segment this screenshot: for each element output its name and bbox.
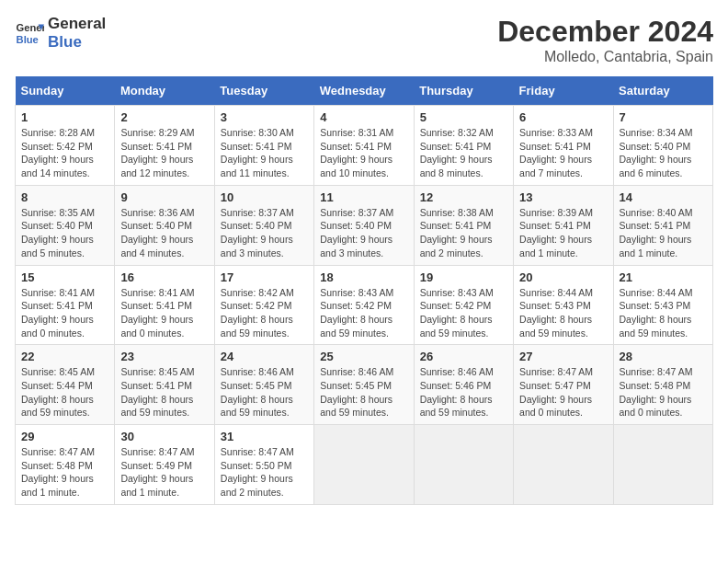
calendar-cell: 18 Sunrise: 8:43 AMSunset: 5:42 PMDaylig… xyxy=(314,265,414,345)
calendar-cell: 2 Sunrise: 8:29 AMSunset: 5:41 PMDayligh… xyxy=(115,106,214,186)
logo-blue: Blue xyxy=(48,33,106,52)
day-number: 17 xyxy=(221,270,308,284)
calendar-week-3: 15 Sunrise: 8:41 AMSunset: 5:41 PMDaylig… xyxy=(16,265,713,345)
calendar-cell: 28 Sunrise: 8:47 AMSunset: 5:48 PMDaylig… xyxy=(613,345,712,425)
day-number: 19 xyxy=(420,270,507,284)
day-detail: Sunrise: 8:47 AMSunset: 5:48 PMDaylight:… xyxy=(620,366,693,418)
day-number: 11 xyxy=(320,190,407,204)
day-number: 23 xyxy=(120,350,208,363)
day-number: 20 xyxy=(519,270,607,284)
calendar-cell: 6 Sunrise: 8:33 AMSunset: 5:41 PMDayligh… xyxy=(514,106,613,186)
logo-icon: General Blue xyxy=(15,18,44,48)
day-detail: Sunrise: 8:44 AMSunset: 5:43 PMDaylight:… xyxy=(620,287,693,339)
calendar-week-4: 22 Sunrise: 8:45 AMSunset: 5:44 PMDaylig… xyxy=(16,345,713,425)
calendar-cell: 5 Sunrise: 8:32 AMSunset: 5:41 PMDayligh… xyxy=(414,106,513,186)
day-number: 1 xyxy=(21,110,108,124)
header-cell-saturday: Saturday xyxy=(613,76,712,106)
day-detail: Sunrise: 8:35 AMSunset: 5:40 PMDaylight:… xyxy=(21,207,95,259)
calendar-cell xyxy=(613,425,712,505)
day-number: 8 xyxy=(21,190,108,204)
calendar-cell: 26 Sunrise: 8:46 AMSunset: 5:46 PMDaylig… xyxy=(414,345,513,425)
day-detail: Sunrise: 8:46 AMSunset: 5:46 PMDaylight:… xyxy=(420,366,494,418)
day-detail: Sunrise: 8:38 AMSunset: 5:41 PMDaylight:… xyxy=(420,207,494,259)
day-number: 3 xyxy=(221,110,308,124)
calendar-cell xyxy=(514,425,613,505)
day-detail: Sunrise: 8:46 AMSunset: 5:45 PMDaylight:… xyxy=(221,366,294,418)
day-detail: Sunrise: 8:31 AMSunset: 5:41 PMDaylight:… xyxy=(320,127,393,178)
calendar-cell: 12 Sunrise: 8:38 AMSunset: 5:41 PMDaylig… xyxy=(414,185,513,265)
day-detail: Sunrise: 8:43 AMSunset: 5:42 PMDaylight:… xyxy=(420,287,494,339)
day-detail: Sunrise: 8:36 AMSunset: 5:40 PMDaylight:… xyxy=(120,207,194,259)
day-number: 18 xyxy=(320,270,407,284)
calendar-week-1: 1 Sunrise: 8:28 AMSunset: 5:42 PMDayligh… xyxy=(16,106,713,186)
calendar-week-5: 29 Sunrise: 8:47 AMSunset: 5:48 PMDaylig… xyxy=(16,425,713,505)
svg-text:General: General xyxy=(17,23,44,34)
calendar-cell: 29 Sunrise: 8:47 AMSunset: 5:48 PMDaylig… xyxy=(16,425,115,505)
day-number: 5 xyxy=(420,110,507,124)
header-cell-wednesday: Wednesday xyxy=(314,76,414,106)
day-number: 24 xyxy=(221,350,308,363)
calendar-cell: 11 Sunrise: 8:37 AMSunset: 5:40 PMDaylig… xyxy=(314,185,414,265)
calendar-cell: 10 Sunrise: 8:37 AMSunset: 5:40 PMDaylig… xyxy=(214,185,313,265)
day-detail: Sunrise: 8:41 AMSunset: 5:41 PMDaylight:… xyxy=(120,287,194,339)
calendar-cell: 3 Sunrise: 8:30 AMSunset: 5:41 PMDayligh… xyxy=(214,106,313,186)
day-number: 25 xyxy=(320,350,407,363)
calendar-cell: 9 Sunrise: 8:36 AMSunset: 5:40 PMDayligh… xyxy=(115,185,214,265)
day-detail: Sunrise: 8:28 AMSunset: 5:42 PMDaylight:… xyxy=(21,127,95,178)
day-detail: Sunrise: 8:45 AMSunset: 5:44 PMDaylight:… xyxy=(21,366,95,418)
calendar-week-2: 8 Sunrise: 8:35 AMSunset: 5:40 PMDayligh… xyxy=(16,185,713,265)
calendar-cell: 23 Sunrise: 8:45 AMSunset: 5:41 PMDaylig… xyxy=(115,345,214,425)
day-detail: Sunrise: 8:44 AMSunset: 5:43 PMDaylight:… xyxy=(519,287,593,339)
calendar-cell: 20 Sunrise: 8:44 AMSunset: 5:43 PMDaylig… xyxy=(514,265,613,345)
calendar-cell: 14 Sunrise: 8:40 AMSunset: 5:41 PMDaylig… xyxy=(613,185,712,265)
day-number: 22 xyxy=(21,350,108,363)
calendar-cell: 19 Sunrise: 8:43 AMSunset: 5:42 PMDaylig… xyxy=(414,265,513,345)
day-detail: Sunrise: 8:32 AMSunset: 5:41 PMDaylight:… xyxy=(420,127,494,178)
calendar-cell: 27 Sunrise: 8:47 AMSunset: 5:47 PMDaylig… xyxy=(514,345,613,425)
month-title: December 2024 xyxy=(497,15,713,49)
day-detail: Sunrise: 8:39 AMSunset: 5:41 PMDaylight:… xyxy=(519,207,593,259)
calendar-cell: 15 Sunrise: 8:41 AMSunset: 5:41 PMDaylig… xyxy=(16,265,115,345)
day-detail: Sunrise: 8:29 AMSunset: 5:41 PMDaylight:… xyxy=(120,127,194,178)
header-cell-sunday: Sunday xyxy=(16,76,115,106)
calendar-cell: 1 Sunrise: 8:28 AMSunset: 5:42 PMDayligh… xyxy=(16,106,115,186)
day-number: 14 xyxy=(620,190,707,204)
calendar-cell xyxy=(414,425,513,505)
header-cell-friday: Friday xyxy=(514,76,613,106)
location-title: Molledo, Cantabria, Spain xyxy=(497,49,713,65)
calendar-cell: 4 Sunrise: 8:31 AMSunset: 5:41 PMDayligh… xyxy=(314,106,414,186)
calendar-cell: 25 Sunrise: 8:46 AMSunset: 5:45 PMDaylig… xyxy=(314,345,414,425)
day-number: 31 xyxy=(221,430,308,443)
day-detail: Sunrise: 8:47 AMSunset: 5:50 PMDaylight:… xyxy=(221,446,294,498)
day-detail: Sunrise: 8:30 AMSunset: 5:41 PMDaylight:… xyxy=(221,127,294,178)
svg-text:Blue: Blue xyxy=(17,35,39,46)
calendar-cell: 7 Sunrise: 8:34 AMSunset: 5:40 PMDayligh… xyxy=(613,106,712,186)
calendar-cell: 13 Sunrise: 8:39 AMSunset: 5:41 PMDaylig… xyxy=(514,185,613,265)
day-detail: Sunrise: 8:43 AMSunset: 5:42 PMDaylight:… xyxy=(320,287,393,339)
day-detail: Sunrise: 8:34 AMSunset: 5:40 PMDaylight:… xyxy=(620,127,693,178)
day-number: 29 xyxy=(21,430,108,443)
calendar-cell: 8 Sunrise: 8:35 AMSunset: 5:40 PMDayligh… xyxy=(16,185,115,265)
calendar-cell: 22 Sunrise: 8:45 AMSunset: 5:44 PMDaylig… xyxy=(16,345,115,425)
day-detail: Sunrise: 8:47 AMSunset: 5:47 PMDaylight:… xyxy=(519,366,593,418)
calendar-cell: 17 Sunrise: 8:42 AMSunset: 5:42 PMDaylig… xyxy=(214,265,313,345)
day-number: 7 xyxy=(620,110,707,124)
day-detail: Sunrise: 8:33 AMSunset: 5:41 PMDaylight:… xyxy=(519,127,593,178)
logo-general: General xyxy=(48,15,106,33)
day-detail: Sunrise: 8:41 AMSunset: 5:41 PMDaylight:… xyxy=(21,287,95,339)
calendar-cell: 24 Sunrise: 8:46 AMSunset: 5:45 PMDaylig… xyxy=(214,345,313,425)
day-number: 6 xyxy=(519,110,607,124)
calendar-body: 1 Sunrise: 8:28 AMSunset: 5:42 PMDayligh… xyxy=(16,106,713,505)
day-number: 30 xyxy=(120,430,208,443)
calendar-cell xyxy=(314,425,414,505)
header-cell-monday: Monday xyxy=(115,76,214,106)
calendar-cell: 16 Sunrise: 8:41 AMSunset: 5:41 PMDaylig… xyxy=(115,265,214,345)
header-cell-tuesday: Tuesday xyxy=(214,76,313,106)
day-number: 13 xyxy=(519,190,607,204)
day-number: 28 xyxy=(620,350,707,363)
day-number: 21 xyxy=(620,270,707,284)
day-number: 10 xyxy=(221,190,308,204)
day-detail: Sunrise: 8:37 AMSunset: 5:40 PMDaylight:… xyxy=(320,207,393,259)
logo: General Blue General Blue General Blue xyxy=(15,15,106,52)
day-detail: Sunrise: 8:40 AMSunset: 5:41 PMDaylight:… xyxy=(620,207,693,259)
